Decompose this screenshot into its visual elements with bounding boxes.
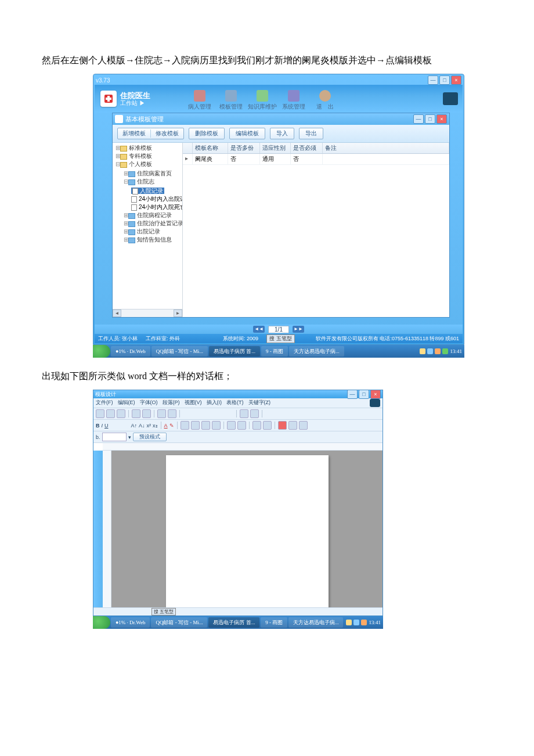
- font-color-icon[interactable]: A: [164, 423, 168, 429]
- redo-icon[interactable]: [142, 409, 151, 418]
- indent-decr-icon[interactable]: [252, 421, 261, 430]
- cut-icon[interactable]: [117, 409, 125, 418]
- menu-file[interactable]: 文件(F): [96, 399, 113, 407]
- subscript-icon[interactable]: x₂: [153, 423, 158, 429]
- delete-template-button[interactable]: 删除模板: [189, 128, 225, 139]
- toolbar-icon[interactable]: [278, 421, 287, 430]
- list-bullet-icon[interactable]: [227, 421, 236, 430]
- start-button[interactable]: [93, 345, 110, 358]
- ime-indicator[interactable]: 搜 五笔型: [266, 334, 295, 343]
- split-icon[interactable]: [276, 409, 284, 418]
- nav-templates[interactable]: 模板管理: [215, 90, 247, 113]
- tray-icon[interactable]: [435, 348, 441, 354]
- table-row[interactable]: ▸ 阑尾炎 否 通用 否: [183, 154, 449, 165]
- toolbar-icon[interactable]: [214, 409, 223, 418]
- tray-icon[interactable]: [353, 620, 359, 625]
- col-sex[interactable]: 适应性别: [260, 143, 291, 153]
- style-select[interactable]: [102, 433, 127, 441]
- menu-table[interactable]: 表格(T): [226, 399, 244, 407]
- menu-paragraph[interactable]: 段落(P): [163, 399, 180, 407]
- panel-maximize-button[interactable]: □: [425, 114, 435, 124]
- toolbar-icon[interactable]: [193, 409, 202, 418]
- start-button[interactable]: [93, 616, 110, 629]
- col-name[interactable]: 模板名称: [193, 143, 228, 153]
- taskbar-item[interactable]: QQ邮箱 - 写信 - Mi...: [151, 617, 207, 628]
- add-edit-template-button[interactable]: 新增模板修改模板: [117, 128, 184, 139]
- menu-edit[interactable]: 编辑(E): [118, 399, 135, 407]
- tray-icon[interactable]: [346, 620, 352, 625]
- page-last-button[interactable]: ►►: [293, 326, 304, 333]
- toolbar-icon[interactable]: [121, 421, 129, 430]
- highlight-icon[interactable]: ✎: [169, 423, 174, 429]
- indent-incr-icon[interactable]: [263, 421, 272, 430]
- border-icon[interactable]: [240, 409, 248, 418]
- nav-knowledge[interactable]: 知识库维护: [247, 90, 278, 113]
- panel-close-button[interactable]: ×: [436, 114, 447, 124]
- menu-insert[interactable]: 插入(I): [207, 399, 222, 407]
- superscript-icon[interactable]: x²: [147, 423, 151, 429]
- toolbar-icon[interactable]: [297, 409, 305, 418]
- template-tree[interactable]: ⊞标准模板 ⊞专科模板 ⊟个人模板 ⊞住院病案首页 ⊟住院志 入院记录 24小时…: [113, 143, 183, 317]
- page-first-button[interactable]: ◄◄: [253, 326, 265, 333]
- toolbar-icon[interactable]: [299, 421, 308, 430]
- vertical-ruler[interactable]: [103, 451, 111, 607]
- strike-icon[interactable]: [110, 421, 119, 430]
- align-left-icon[interactable]: [181, 421, 189, 430]
- taskbar-item[interactable]: 易迅电子病历 首...: [208, 617, 259, 628]
- underline-icon[interactable]: U: [104, 423, 109, 429]
- merge-icon[interactable]: [265, 409, 274, 418]
- taskbar-item[interactable]: ● 1% · Dr.Web: [111, 346, 150, 357]
- nav-exit[interactable]: 退 出: [309, 90, 341, 113]
- taskbar-item[interactable]: 易迅电子病历 首...: [209, 346, 260, 357]
- grid-icon[interactable]: [168, 409, 176, 418]
- list-number-icon[interactable]: [237, 421, 246, 430]
- menu-view[interactable]: 视图(V): [185, 399, 202, 407]
- toolbar-icon[interactable]: [286, 409, 295, 418]
- tray-icon[interactable]: [442, 348, 448, 354]
- toolbar-icon[interactable]: [183, 409, 192, 418]
- image-icon[interactable]: [288, 421, 297, 430]
- editor-menubar[interactable]: 文件(F) 编辑(E) 字体(O) 段落(P) 视图(V) 插入(I) 表格(T…: [93, 398, 383, 408]
- tray-icon[interactable]: [420, 348, 425, 354]
- minimize-button[interactable]: —: [428, 75, 438, 85]
- taskbar-item[interactable]: 天方达易迅电子病...: [289, 346, 344, 357]
- tray-icon[interactable]: [427, 348, 433, 354]
- taskbar-item[interactable]: QQ邮箱 - 写信 - Mi...: [151, 346, 208, 357]
- editor-close-button[interactable]: ×: [370, 390, 381, 399]
- preset-button[interactable]: 预设模式: [133, 433, 167, 441]
- panel-minimize-button[interactable]: —: [413, 114, 424, 124]
- col-required[interactable]: 是否必须: [291, 143, 323, 153]
- editor-canvas[interactable]: [111, 451, 383, 607]
- tree-scrollbar[interactable]: ◄►: [113, 309, 182, 317]
- align-center-icon[interactable]: [191, 421, 200, 430]
- tree-node-selected[interactable]: 入院记录: [131, 187, 182, 195]
- tray-icon[interactable]: [361, 620, 367, 625]
- toolbar-icon[interactable]: [307, 409, 316, 418]
- border-icon[interactable]: [250, 409, 259, 418]
- col-note[interactable]: 备注: [323, 143, 449, 153]
- italic-icon[interactable]: I: [102, 423, 103, 429]
- editor-sidebar[interactable]: [93, 451, 103, 607]
- taskbar-item[interactable]: 9 - 画图: [261, 346, 288, 357]
- taskbar-item[interactable]: 9 - 画图: [261, 617, 287, 628]
- print-icon[interactable]: [106, 409, 115, 418]
- horizontal-ruler[interactable]: [103, 443, 383, 451]
- maximize-button[interactable]: □: [439, 75, 450, 85]
- import-button[interactable]: 导入: [270, 128, 294, 139]
- ime-indicator[interactable]: 搜 五笔型: [151, 608, 176, 615]
- save-icon[interactable]: [96, 409, 104, 418]
- taskbar-item[interactable]: ● 1% · Dr.Web: [111, 617, 150, 628]
- align-justify-icon[interactable]: [212, 421, 221, 430]
- menu-font[interactable]: 字体(O): [140, 399, 158, 407]
- toolbar-icon[interactable]: [225, 409, 233, 418]
- table-icon[interactable]: [157, 409, 166, 418]
- edit-template-button[interactable]: 编辑模板: [229, 128, 265, 139]
- col-multi[interactable]: 是否多份: [228, 143, 260, 153]
- align-right-icon[interactable]: [201, 421, 210, 430]
- undo-icon[interactable]: [132, 409, 140, 418]
- close-button[interactable]: ×: [451, 75, 461, 85]
- nav-system[interactable]: 系统管理: [278, 90, 309, 113]
- export-button[interactable]: 导出: [299, 128, 323, 139]
- editor-maximize-button[interactable]: □: [359, 390, 369, 399]
- editor-minimize-button[interactable]: —: [347, 390, 358, 399]
